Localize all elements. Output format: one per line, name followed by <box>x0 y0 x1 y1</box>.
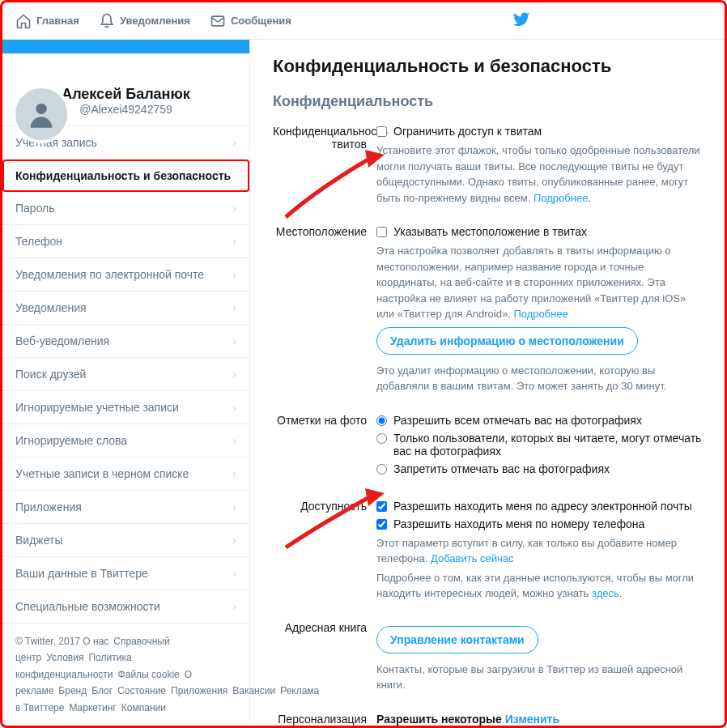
sidebar-item-12[interactable]: Виджеты› <box>2 524 249 557</box>
settings-nav-list: Учетная запись›Конфиденциальность и безо… <box>2 126 249 624</box>
setting-label: Местоположение <box>273 225 376 394</box>
sidebar-item-13[interactable]: Ваши данные в Твиттере› <box>2 557 249 590</box>
chevron-right-icon: › <box>232 368 236 381</box>
setting-discoverability: Доступность Разрешить находить меня по а… <box>273 500 702 602</box>
avatar <box>12 85 70 143</box>
chevron-right-icon: › <box>232 434 236 447</box>
sidebar-item-label: Уведомления <box>15 301 87 314</box>
sidebar-item-label: Учетные записи в черном списке <box>15 467 189 480</box>
setting-desc: Эта настройка позволяет добавлять в твит… <box>376 243 702 322</box>
nav-notifications-label: Уведомления <box>120 15 190 27</box>
nav-home-label: Главная <box>36 15 79 27</box>
setting-location: Местоположение Указывать местоположение … <box>273 225 702 394</box>
delete-location-button[interactable]: Удалить информацию о местоположении <box>376 327 638 355</box>
setting-after-desc: Это удалит информацию о местоположении, … <box>376 363 702 394</box>
sidebar-item-label: Игнорируемые слова <box>15 434 127 447</box>
radio-tag-following[interactable]: Только пользователи, которых вы читаете,… <box>376 432 702 458</box>
footer-link[interactable]: Блог <box>91 685 113 696</box>
nav-messages[interactable]: Сообщения <box>210 13 291 29</box>
sidebar-item-label: Игнорируемые учетные записи <box>15 401 179 414</box>
sidebar-item-11[interactable]: Приложения› <box>2 491 249 524</box>
setting-personalization: Персонализация и данные Разрешить некото… <box>273 713 702 726</box>
chevron-right-icon: › <box>232 202 236 215</box>
sidebar-item-8[interactable]: Игнорируемые учетные записи› <box>2 391 249 424</box>
checkbox-protect-tweets[interactable]: Ограничить доступ к твитам <box>376 125 702 138</box>
top-navigation: Главная Уведомления Сообщения <box>2 2 725 40</box>
sidebar-footer: © Twitter, 2017 О насСправочный центрУсл… <box>2 624 249 726</box>
sidebar-item-5[interactable]: Уведомления› <box>2 292 249 325</box>
setting-label: Отметки на фото <box>273 414 376 480</box>
sidebar-item-2[interactable]: Пароль› <box>2 192 249 225</box>
footer-link[interactable]: Компании <box>121 702 166 713</box>
footer-link[interactable]: Бренд <box>58 685 87 696</box>
sidebar-item-label: Конфиденциальность и безопасность <box>15 169 231 182</box>
setting-desc: Подробнее о том, как эти данные использу… <box>376 570 702 602</box>
nav-home[interactable]: Главная <box>15 13 79 29</box>
sidebar-item-1[interactable]: Конфиденциальность и безопасность <box>2 160 249 192</box>
sidebar-item-label: Ваши данные в Твиттере <box>15 567 148 580</box>
checkbox-find-by-phone[interactable]: Разрешить находить меня по номеру телефо… <box>376 517 702 530</box>
chevron-right-icon: › <box>232 467 236 480</box>
chevron-right-icon: › <box>232 235 236 248</box>
chevron-right-icon: › <box>232 600 236 613</box>
settings-sidebar: Алексей Баланюк @Alexei49242759 Учетная … <box>2 40 250 726</box>
profile-banner <box>2 40 249 53</box>
setting-tweet-privacy: Конфиденциальность твитов Ограничить дос… <box>273 125 702 206</box>
chevron-right-icon: › <box>232 567 236 580</box>
sidebar-item-label: Приложения <box>15 500 82 513</box>
envelope-icon <box>210 13 226 29</box>
home-icon <box>15 13 32 29</box>
setting-label: Адресная книга <box>273 621 376 693</box>
radio-tag-noone[interactable]: Запретить отмечать вас на фотографиях <box>376 462 702 475</box>
setting-label: Персонализация и данные <box>273 713 376 726</box>
chevron-right-icon: › <box>232 500 236 513</box>
setting-contacts: Адресная книга Управление контактами Кон… <box>273 621 702 693</box>
learn-here-link[interactable]: здесь <box>592 587 619 599</box>
setting-label: Конфиденциальность твитов <box>273 125 376 206</box>
learn-more-link[interactable]: Подробнее <box>513 308 568 320</box>
footer-link[interactable]: Приложения <box>171 685 227 696</box>
nav-notifications[interactable]: Уведомления <box>99 13 190 29</box>
svg-point-1 <box>36 104 46 114</box>
footer-link[interactable]: Состояние <box>117 685 166 696</box>
nav-messages-label: Сообщения <box>231 15 291 27</box>
change-personalization-link[interactable]: Изменить <box>505 713 559 726</box>
main-content: Конфиденциальность и безопасность Конфид… <box>250 40 725 726</box>
manage-contacts-button[interactable]: Управление контактами <box>376 626 538 653</box>
sidebar-item-label: Телефон <box>15 235 62 248</box>
sidebar-item-10[interactable]: Учетные записи в черном списке› <box>2 458 249 491</box>
sidebar-item-label: Поиск друзей <box>15 368 86 381</box>
checkbox-find-by-email[interactable]: Разрешить находить меня по адресу электр… <box>376 500 702 513</box>
sidebar-item-3[interactable]: Телефон› <box>2 225 249 258</box>
sidebar-item-label: Виджеты <box>15 534 63 547</box>
twitter-logo-icon <box>512 11 530 31</box>
footer-link[interactable]: Файлы cookie <box>118 669 180 680</box>
setting-desc: Этот параметр вступит в силу, как только… <box>376 535 702 567</box>
setting-desc: Контакты, которые вы загрузили в Твиттер… <box>376 662 702 693</box>
footer-link[interactable]: Условия <box>46 652 83 663</box>
sidebar-item-4[interactable]: Уведомления по электронной почте› <box>2 258 249 292</box>
chevron-right-icon: › <box>232 401 236 414</box>
sidebar-item-label: Уведомления по электронной почте <box>15 268 204 281</box>
chevron-right-icon: › <box>232 136 236 149</box>
sidebar-item-label: Специальные возможности <box>15 600 160 613</box>
sidebar-item-label: Пароль <box>15 202 55 215</box>
radio-tag-anyone[interactable]: Разрешить всем отмечать вас на фотографи… <box>376 414 702 427</box>
sidebar-item-label: Веб-уведомления <box>15 334 109 347</box>
chevron-right-icon: › <box>232 301 236 314</box>
sidebar-item-6[interactable]: Веб-уведомления› <box>2 325 249 358</box>
chevron-right-icon: › <box>232 268 236 281</box>
bell-icon <box>99 13 115 29</box>
sidebar-item-7[interactable]: Поиск друзей› <box>2 358 249 391</box>
chevron-right-icon: › <box>232 534 236 547</box>
sidebar-item-14[interactable]: Специальные возможности› <box>2 590 249 624</box>
learn-more-link[interactable]: Подробнее <box>534 192 588 204</box>
sidebar-item-9[interactable]: Игнорируемые слова› <box>2 424 249 458</box>
add-phone-link[interactable]: Добавить сейчас <box>431 552 514 564</box>
footer-link[interactable]: Маркетинг <box>69 702 116 713</box>
setting-label: Доступность <box>273 500 376 602</box>
page-title: Конфиденциальность и безопасность <box>273 56 702 77</box>
checkbox-add-location[interactable]: Указывать местоположение в твитах <box>376 225 702 238</box>
personalization-status: Разрешить некоторые <box>376 713 502 726</box>
footer-link[interactable]: О нас <box>83 636 108 647</box>
